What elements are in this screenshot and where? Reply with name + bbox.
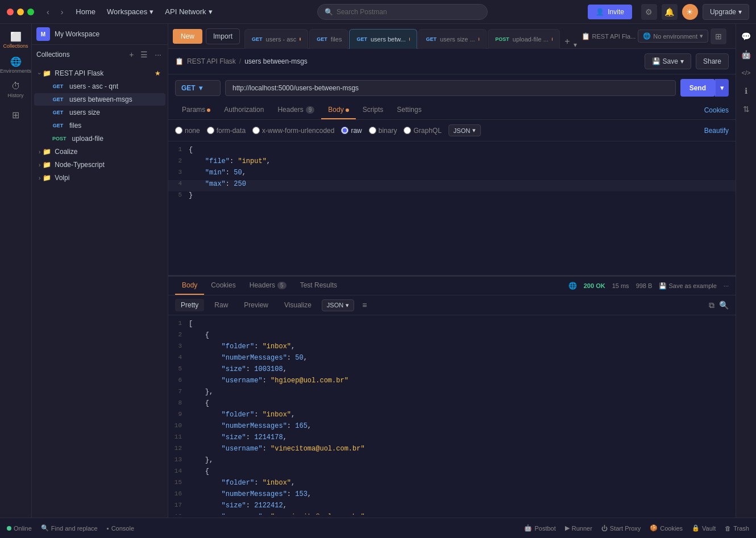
copy-response-button[interactable]: ⧉ [709,301,715,310]
grid-view-icon[interactable]: ⊞ [711,28,726,44]
env-selector[interactable]: 🌐 No environment ▾ [638,30,708,43]
tab-users-size[interactable]: GET users size ... [418,29,487,49]
none-radio[interactable]: none [175,127,200,135]
console-button[interactable]: ▪ Console [107,525,134,532]
raw-radio[interactable]: raw [341,127,362,135]
beautify-button[interactable]: Beautify [704,127,729,135]
raw-tab[interactable]: Raw [209,299,234,311]
tab-users-asc[interactable]: GET users - asc [244,29,308,49]
json-format-selector[interactable]: JSON ▾ [448,124,481,136]
collection-node-ts[interactable]: › 📁 Node-Typescript [34,159,165,171]
import-button[interactable]: Import [206,28,240,44]
maximize-button[interactable] [27,9,34,15]
titlebar: ‹ › Home Workspaces ▾ API Network ▾ 🔍 Se… [0,0,756,24]
tree-item-upload[interactable]: POST upload-file [34,132,165,145]
authorization-tab[interactable]: Authorization [217,101,271,119]
invite-button[interactable]: 👤 Invite [588,5,632,19]
request-body-editor[interactable]: 1 { 2 "file": "input", 3 "min": 50, 4 [168,141,736,276]
postbot-icon[interactable]: 🤖 [738,47,754,62]
send-dropdown-button[interactable]: ▾ [715,79,729,97]
response-format-selector[interactable]: JSON ▾ [322,299,354,311]
breadcrumb-collection-icon: 📋 [175,57,184,65]
new-button[interactable]: New [173,29,202,44]
home-link[interactable]: Home [71,5,100,18]
wrap-icon[interactable]: ≡ [362,301,367,310]
url-input[interactable] [225,80,676,96]
comments-icon[interactable]: 💬 [738,28,754,44]
tab-files[interactable]: GET files [309,29,348,49]
search-bar[interactable]: 🔍 Search Postman [317,4,488,20]
tree-item-users-asc[interactable]: GET users - asc - qnt [34,80,165,93]
pretty-tab[interactable]: Pretty [175,299,204,311]
tab-method: POST [495,36,509,42]
urlencoded-radio[interactable]: x-www-form-urlencoded [252,127,334,135]
settings-icon[interactable]: ⚙ [641,4,657,20]
settings-tab[interactable]: Settings [390,101,428,119]
resize-icon[interactable]: ⇅ [738,101,754,117]
form-data-radio[interactable]: form-data [207,127,246,135]
breadcrumb-collection[interactable]: REST API Flask [187,57,236,65]
upgrade-button[interactable]: Upgrade ▾ [703,4,749,20]
workspace-name: My Workspace [55,30,161,38]
find-replace-button[interactable]: 🔍 Find and replace [41,524,98,532]
code-icon[interactable]: </> [738,65,754,81]
more-options-button[interactable]: ··· [724,282,729,289]
api-network-link[interactable]: API Network ▾ [160,5,217,18]
scripts-tab[interactable]: Scripts [356,101,391,119]
info-icon[interactable]: ℹ [738,83,754,99]
tree-item-users-size[interactable]: GET users size [34,106,165,119]
response-cookies-tab[interactable]: Cookies [204,277,242,295]
tab-label: upload-file ... [513,36,549,43]
forward-button[interactable]: › [57,5,67,19]
online-dot [7,526,11,531]
cookies-link[interactable]: Cookies [704,106,729,114]
tab-users-between[interactable]: GET users betw... [349,29,417,49]
method-selector[interactable]: GET ▾ [175,80,221,96]
more-options-button[interactable]: ··· [153,48,163,61]
start-proxy-button[interactable]: ⏻ Start Proxy [601,525,641,532]
tab-upload[interactable]: POST upload-file ... [488,29,560,49]
search-response-button[interactable]: 🔍 [719,301,729,310]
response-headers-tab[interactable]: Headers5 [243,277,293,295]
collection-coalize[interactable]: › 📁 Coalize [34,145,165,158]
visualize-tab[interactable]: Visualize [279,299,317,311]
workspaces-link[interactable]: Workspaces ▾ [102,5,158,18]
save-chevron-icon: ▾ [680,57,684,65]
sidebar-item-history[interactable]: ⏱ History [5,78,27,101]
trash-button[interactable]: 🗑 Trash [725,525,749,532]
back-button[interactable]: ‹ [43,5,53,19]
add-collection-button[interactable]: + [127,48,135,61]
tree-item-users-between[interactable]: GET users between-msgs [34,93,165,106]
star-icon[interactable]: ★ [155,69,161,77]
console-icon: ▪ [107,525,109,532]
share-button[interactable]: Share [696,53,729,69]
binary-radio[interactable]: binary [369,127,397,135]
save-example-button[interactable]: 💾 Save as example [659,282,716,290]
collection-rest-api-flask[interactable]: › 📁 REST API Flask ★ [34,67,165,80]
sidebar-item-collections[interactable]: ⬜ Collections [5,28,27,51]
params-tab[interactable]: Params [175,101,217,119]
postbot-button[interactable]: 🤖 Postbot [524,524,555,532]
collection-volpi[interactable]: › 📁 Volpi [34,172,165,184]
send-button[interactable]: Send [680,79,715,97]
sidebar-item-mock[interactable]: ⊞ [5,103,27,126]
body-tab[interactable]: Body [321,101,355,119]
graphql-radio[interactable]: GraphQL [404,127,441,135]
runner-button[interactable]: ▶ Runner [565,524,592,532]
close-button[interactable] [7,9,14,15]
cookies-button[interactable]: 🍪 Cookies [650,524,683,532]
add-tab-button[interactable]: + [561,34,573,49]
preview-tab[interactable]: Preview [238,299,274,311]
response-body-tab[interactable]: Body [175,277,204,295]
avatar-icon[interactable]: ☀ [682,4,698,20]
tree-item-files[interactable]: GET files [34,119,165,132]
notifications-icon[interactable]: 🔔 [662,4,678,20]
online-status[interactable]: Online [7,525,32,532]
response-test-results-tab[interactable]: Test Results [293,277,344,295]
headers-tab[interactable]: Headers9 [271,101,321,119]
filter-button[interactable]: ☰ [139,48,149,61]
minimize-button[interactable] [17,9,24,15]
save-button[interactable]: 💾 Save ▾ [645,53,691,69]
vault-button[interactable]: 🔒 Vault [692,524,716,532]
sidebar-item-environments[interactable]: 🌐 Environments [5,53,27,76]
